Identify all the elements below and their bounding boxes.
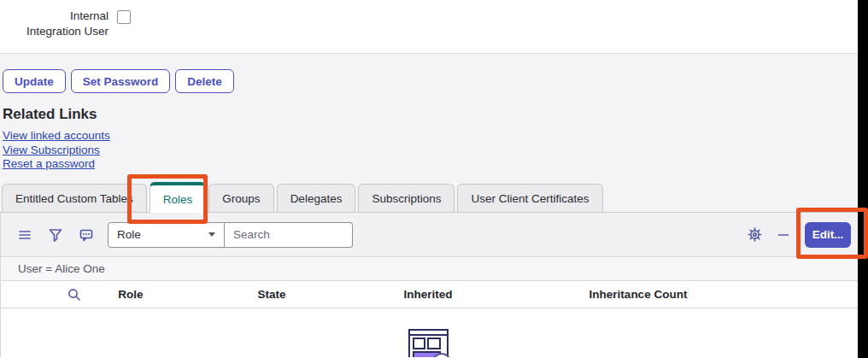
update-button[interactable]: Update: [3, 69, 66, 93]
list-condition-text[interactable]: User = Alice One: [18, 262, 105, 275]
list-header-row: Role State Inherited Inheritance Count: [0, 280, 868, 308]
list-search-combo: Role: [108, 222, 353, 248]
column-header-role[interactable]: Role: [118, 281, 143, 308]
column-header-inherited[interactable]: Inherited: [403, 281, 452, 308]
column-header-inheritance-count[interactable]: Inheritance Count: [589, 281, 688, 308]
no-records-illustration: [402, 329, 462, 357]
reset-a-password-link[interactable]: Reset a password: [3, 157, 95, 172]
gear-icon[interactable]: [747, 226, 763, 243]
list-search-input[interactable]: [225, 222, 353, 248]
tab-groups[interactable]: Groups: [208, 184, 273, 212]
list-body-empty: [0, 308, 868, 357]
toolbar-right-controls: Edit...: [747, 222, 851, 248]
internal-integration-user-label: Internal Integration User: [13, 9, 108, 39]
view-subscriptions-link[interactable]: View Subscriptions: [3, 144, 100, 158]
view-linked-accounts-link[interactable]: View linked accounts: [3, 129, 110, 144]
list-toolbar: Role Edit...: [0, 212, 868, 256]
edit-button[interactable]: Edit...: [805, 222, 851, 248]
set-password-button[interactable]: Set Password: [71, 69, 171, 93]
tab-user-client-certificates[interactable]: User Client Certificates: [457, 184, 602, 212]
chevron-down-icon: [208, 232, 215, 237]
filter-icon[interactable]: [48, 227, 63, 243]
search-field-dropdown-value: Role: [117, 228, 141, 241]
form-action-buttons: Update Set Password Delete: [3, 69, 868, 93]
tab-entitled-custom-tables[interactable]: Entitled Custom Tables: [2, 184, 147, 212]
tab-subscriptions[interactable]: Subscriptions: [358, 184, 455, 212]
search-field-dropdown[interactable]: Role: [108, 222, 225, 248]
list-menu-icon[interactable]: [17, 227, 32, 243]
form-footer-section: Update Set Password Delete Related Links…: [0, 53, 868, 212]
minimize-icon[interactable]: [777, 227, 789, 243]
delete-button[interactable]: Delete: [175, 69, 234, 93]
related-links-heading: Related Links: [3, 106, 868, 123]
record-tab-strip: Entitled Custom Tables Roles Groups Dele…: [2, 178, 868, 212]
screenshot-edge-black-bar: [858, 0, 868, 358]
column-header-state[interactable]: State: [257, 281, 285, 308]
comments-icon[interactable]: [79, 227, 94, 243]
search-icon[interactable]: [67, 287, 82, 302]
tab-roles[interactable]: Roles: [150, 182, 207, 213]
tab-delegates[interactable]: Delegates: [277, 184, 356, 212]
form-field-row: Internal Integration User: [0, 0, 868, 53]
internal-integration-user-checkbox[interactable]: [117, 10, 131, 24]
list-condition-row: User = Alice One: [0, 256, 868, 280]
user-record-page: Internal Integration User Update Set Pas…: [0, 0, 868, 358]
